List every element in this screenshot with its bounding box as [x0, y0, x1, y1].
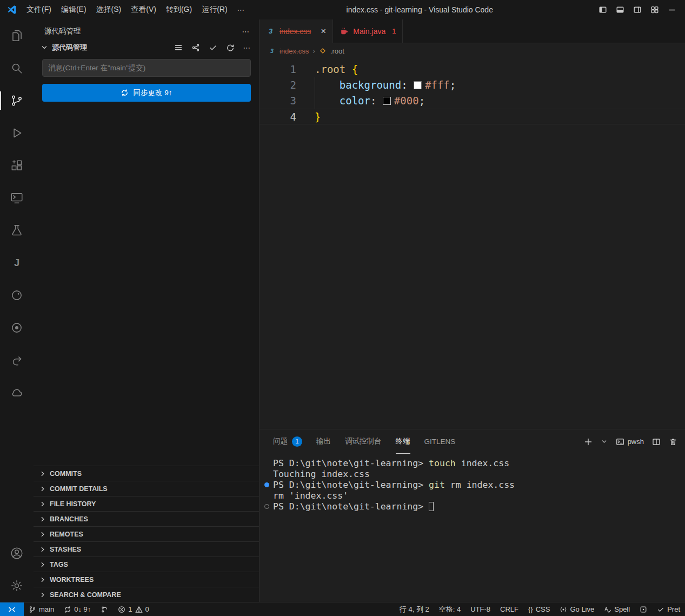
menu-selection[interactable]: 选择(S) — [91, 3, 127, 16]
language-mode-status[interactable]: {}CSS — [523, 602, 555, 616]
spell-checker-status[interactable]: Spell — [599, 602, 635, 616]
sidebar-more-actions-icon[interactable]: ⋯ — [242, 27, 250, 36]
live-server-icon[interactable] — [0, 312, 34, 344]
window-title: index.css - git-learning - Visual Studio… — [250, 5, 590, 14]
view-as-graph-icon[interactable] — [191, 43, 200, 52]
split-terminal-icon[interactable] — [652, 438, 661, 446]
branch-status[interactable]: main — [24, 602, 59, 616]
encoding-status[interactable]: UTF-8 — [465, 602, 495, 616]
section-commits[interactable]: COMMITS — [34, 466, 259, 481]
commit-graph-status[interactable] — [96, 602, 113, 616]
color-swatch-black[interactable] — [383, 97, 391, 105]
chevron-right-icon — [39, 546, 46, 553]
section-worktrees[interactable]: WORKTREES — [34, 572, 259, 587]
terminal-line: PS D:\git\note\git-learning> — [273, 501, 685, 512]
collapse-chevron-icon[interactable] — [40, 43, 49, 52]
menu-file[interactable]: 文件(F) — [22, 3, 56, 16]
menu-run[interactable]: 运行(R) — [197, 3, 232, 16]
problems-status[interactable]: 1 0 — [113, 602, 154, 616]
code-editor[interactable]: 1 .root { 2 background: #fff; 3 color: #… — [260, 58, 685, 429]
close-tab-icon[interactable]: × — [321, 27, 326, 36]
toggle-panel-icon[interactable] — [616, 5, 624, 14]
menu-goto[interactable]: 转到(G) — [161, 3, 197, 16]
symbol-class-icon — [319, 47, 327, 55]
minimize-icon[interactable] — [668, 5, 676, 14]
css-file-icon: 3 — [266, 27, 275, 36]
new-terminal-icon[interactable] — [584, 438, 593, 446]
section-tags[interactable]: TAGS — [34, 557, 259, 572]
refresh-icon[interactable] — [226, 43, 235, 52]
error-count: 1 — [128, 605, 132, 613]
panel-tab-output[interactable]: 输出 — [316, 429, 331, 454]
accounts-icon[interactable] — [0, 537, 34, 569]
section-stashes[interactable]: STASHES — [34, 541, 259, 557]
gradle-icon[interactable] — [0, 279, 34, 312]
search-icon[interactable] — [0, 52, 34, 84]
chevron-right-icon — [39, 500, 46, 508]
extensions-icon[interactable] — [0, 149, 34, 182]
line-number: 3 — [260, 93, 315, 109]
tab-filename: Main.java — [353, 27, 385, 36]
broadcast-icon — [560, 606, 567, 613]
toggle-secondary-sidebar-icon[interactable] — [633, 5, 642, 14]
remote-explorer-icon[interactable] — [0, 182, 34, 214]
section-label: FILE HISTORY — [50, 500, 96, 508]
go-live-status[interactable]: Go Live — [555, 602, 599, 616]
source-control-icon[interactable] — [0, 84, 34, 117]
svg-text:3: 3 — [270, 48, 274, 54]
docker-icon[interactable] — [0, 376, 34, 409]
css-value: #fff — [425, 79, 450, 91]
section-file-history[interactable]: FILE HISTORY — [34, 496, 259, 511]
commit-check-icon[interactable] — [209, 43, 217, 52]
sync-status[interactable]: 0↓ 9↑ — [59, 602, 96, 616]
section-branches[interactable]: BRANCHES — [34, 511, 259, 526]
commit-message-input[interactable] — [42, 59, 251, 77]
terminal-output[interactable]: PS D:\git\note\git-learning> touch index… — [260, 454, 685, 602]
extension-status[interactable] — [635, 602, 652, 616]
command-pending-decoration[interactable] — [264, 504, 269, 509]
panel-tab-problems[interactable]: 问题1 — [273, 429, 302, 454]
problems-badge: 1 — [292, 436, 302, 447]
terminal-command: git — [429, 480, 445, 490]
panel-tab-gitlens[interactable]: GITLENS — [424, 429, 456, 454]
breadcrumb-file[interactable]: index.css — [280, 47, 309, 55]
source-control-section-label: 源代码管理 — [52, 43, 87, 52]
section-more-actions-icon[interactable]: ⋯ — [243, 43, 251, 52]
color-swatch-white[interactable] — [414, 81, 422, 89]
terminal-dropdown-chevron-icon[interactable] — [601, 438, 608, 445]
sync-icon — [121, 89, 129, 97]
explorer-icon[interactable] — [0, 19, 34, 52]
breadcrumb-symbol[interactable]: .root — [330, 47, 344, 55]
active-shell-chip[interactable]: pwsh — [616, 438, 644, 446]
panel-tab-debug-console[interactable]: 调试控制台 — [345, 429, 382, 454]
css-value: #000 — [394, 95, 419, 107]
gitlens-icon[interactable] — [0, 344, 34, 376]
testing-icon[interactable] — [0, 214, 34, 247]
commit-graph-icon — [101, 606, 108, 613]
java-projects-icon[interactable]: J — [0, 247, 34, 279]
view-as-list-icon[interactable] — [174, 43, 183, 52]
cursor-position-status[interactable]: 行 4, 列 2 — [395, 602, 434, 616]
menu-view[interactable]: 查看(V) — [126, 3, 161, 16]
terminal-line: rm 'index.css' — [273, 491, 685, 501]
kill-terminal-trash-icon[interactable] — [669, 438, 677, 446]
menu-more[interactable]: ⋯ — [232, 4, 250, 16]
command-success-decoration[interactable] — [264, 482, 269, 487]
toggle-sidebar-icon[interactable] — [598, 5, 607, 14]
section-commit-details[interactable]: COMMIT DETAILS — [34, 481, 259, 496]
settings-gear-icon[interactable] — [0, 569, 34, 602]
run-and-debug-icon[interactable] — [0, 117, 34, 149]
tab-index-css[interactable]: 3 index.css × — [260, 19, 333, 43]
prettier-status[interactable]: Pret — [652, 602, 685, 616]
eol-status[interactable]: CRLF — [495, 602, 523, 616]
section-remotes[interactable]: REMOTES — [34, 526, 259, 541]
customize-layout-icon[interactable] — [650, 5, 659, 14]
remote-indicator[interactable] — [0, 602, 24, 616]
section-label: WORKTREES — [50, 576, 94, 584]
menu-edit[interactable]: 编辑(E) — [56, 3, 91, 16]
indentation-status[interactable]: 空格: 4 — [434, 602, 465, 616]
section-search-compare[interactable]: SEARCH & COMPARE — [34, 587, 259, 602]
sync-changes-button[interactable]: 同步更改 9↑ — [42, 84, 251, 102]
tab-main-java[interactable]: Main.java 1 — [333, 19, 403, 43]
panel-tab-terminal[interactable]: 终端 — [396, 429, 410, 454]
